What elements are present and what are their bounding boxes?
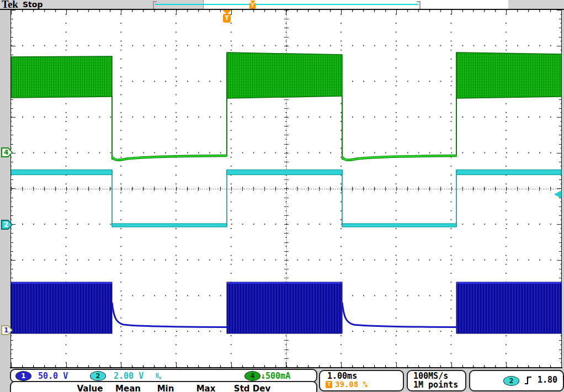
trigger-position-marker[interactable]: T	[222, 10, 231, 24]
trigger-source-badge: 2	[503, 376, 519, 386]
channel-2-scale[interactable]: 2.00 V	[114, 371, 143, 381]
record-length: 1M points	[413, 380, 458, 390]
channel-4-scale[interactable]: ↓500mA	[260, 371, 290, 381]
trigger-record-position-marker[interactable]: T	[249, 1, 257, 9]
rising-edge-icon	[524, 375, 533, 385]
measurement-table: Value Mean Min Max Std Dev	[10, 381, 317, 392]
acquisition-status: Stop	[23, 0, 42, 9]
trigger-level-arrow[interactable]	[554, 190, 561, 198]
oscilloscope-screen: Tek Stop T	[0, 0, 564, 392]
waveform-ch4	[11, 52, 561, 160]
trigger-readout-box[interactable]: 2 1.80 V	[469, 370, 564, 391]
channel-4-badge[interactable]: 4	[244, 371, 260, 381]
waveform-ch2	[11, 170, 561, 227]
trigger-t-icon: T	[326, 381, 332, 388]
acquisition-readout-box[interactable]: 100MS/s 1M points	[407, 370, 466, 391]
measurement-col-value: Value	[77, 384, 103, 392]
waveform-ch1	[11, 282, 561, 333]
channel-1-badge[interactable]: 1	[15, 371, 31, 381]
bandwidth-limit-icon: BW	[156, 373, 161, 380]
channel-2-badge[interactable]: 2	[90, 371, 106, 381]
trigger-level-value: 1.80 V	[538, 375, 564, 385]
waveform-display	[11, 10, 561, 367]
measurement-col-min: Min	[157, 384, 174, 392]
measurement-col-stddev: Std Dev	[234, 384, 270, 392]
graticule	[11, 10, 561, 367]
graticule-border-bottom	[10, 367, 562, 368]
measurement-col-max: Max	[196, 384, 216, 392]
record-view-bar[interactable]	[155, 4, 418, 5]
top-status-bar: Tek Stop T	[0, 0, 564, 9]
trigger-position-percent: 39.08 %	[335, 380, 368, 389]
measurement-col-mean: Mean	[115, 384, 141, 392]
horizontal-readout-box[interactable]: 1.00ms T 39.08 %	[319, 370, 404, 391]
channel-1-scale[interactable]: 50.0 V	[38, 371, 68, 381]
